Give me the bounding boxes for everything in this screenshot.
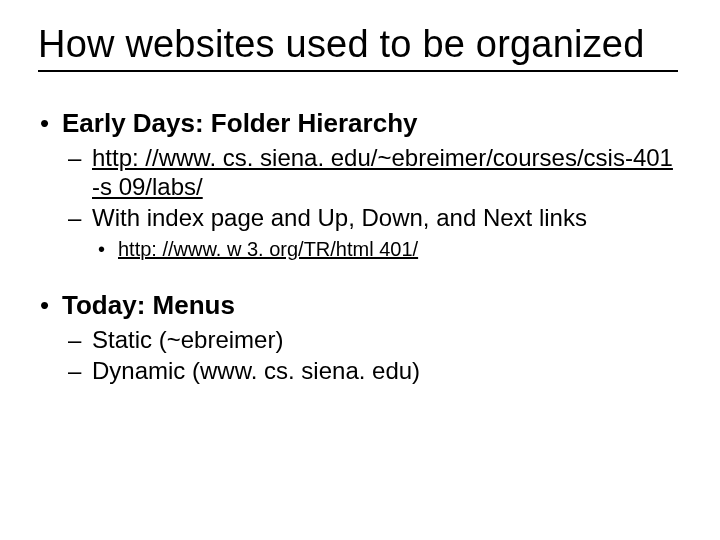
section-heading: Early Days: Folder Hierarchy <box>62 108 418 138</box>
list-item: Dynamic (www. cs. siena. edu) <box>62 356 682 385</box>
list-item: With index page and Up, Down, and Next l… <box>62 203 682 261</box>
bullet-list-lvl2: Static (~ebreimer) Dynamic (www. cs. sie… <box>62 325 682 386</box>
list-item: http: //www. w 3. org/TR/html 401/ <box>92 237 682 262</box>
slide: How websites used to be organized Early … <box>0 0 720 540</box>
link-w3-html401[interactable]: http: //www. w 3. org/TR/html 401/ <box>118 238 418 260</box>
list-item-text: With index page and Up, Down, and Next l… <box>92 204 587 231</box>
bullet-list-lvl3: http: //www. w 3. org/TR/html 401/ <box>92 237 682 262</box>
section-early-days: Early Days: Folder Hierarchy http: //www… <box>38 108 682 262</box>
list-item: http: //www. cs. siena. edu/~ebreimer/co… <box>62 143 682 202</box>
title-underline <box>38 70 678 72</box>
slide-title: How websites used to be organized <box>38 24 682 66</box>
bullet-list-lvl1: Early Days: Folder Hierarchy http: //www… <box>38 108 682 385</box>
section-today-menus: Today: Menus Static (~ebreimer) Dynamic … <box>38 290 682 386</box>
list-item: Static (~ebreimer) <box>62 325 682 354</box>
list-item-text: Static (~ebreimer) <box>92 326 283 353</box>
bullet-list-lvl2: http: //www. cs. siena. edu/~ebreimer/co… <box>62 143 682 262</box>
section-heading: Today: Menus <box>62 290 235 320</box>
list-item-text: Dynamic (www. cs. siena. edu) <box>92 357 420 384</box>
link-siena-course[interactable]: http: //www. cs. siena. edu/~ebreimer/co… <box>92 144 673 200</box>
